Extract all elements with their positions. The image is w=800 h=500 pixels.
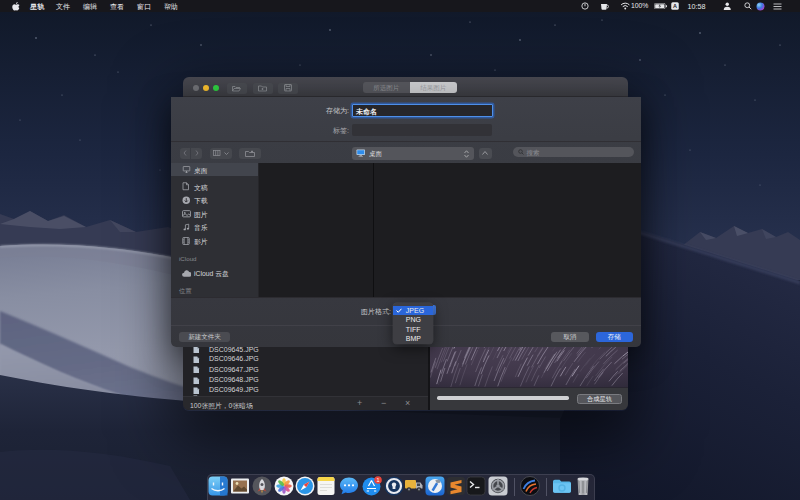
svg-text:A: A [673, 3, 677, 9]
svg-text:1: 1 [376, 477, 379, 483]
